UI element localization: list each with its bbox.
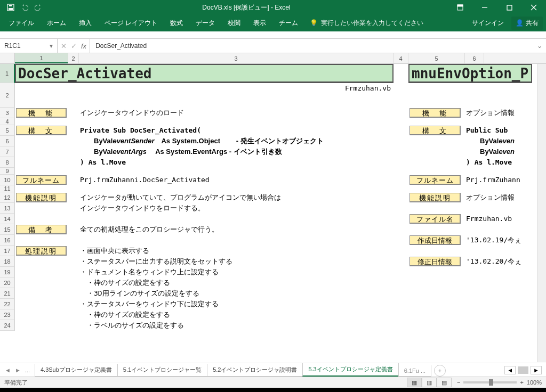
cell[interactable]: ・枠のサイズの設定をする	[79, 277, 394, 288]
page-break-icon[interactable]: ▤	[437, 378, 452, 387]
formula-input[interactable]: DocSer_Activated	[90, 42, 533, 50]
hscroll-thumb[interactable]	[518, 366, 528, 374]
row-header[interactable]: 13	[0, 203, 15, 214]
normal-view-icon[interactable]: ▦	[407, 378, 422, 387]
cell[interactable]: ) As l.Move	[465, 157, 527, 168]
cell[interactable]: ByVal eventSender As System.Object - 発生イ…	[79, 136, 394, 146]
col-header[interactable]: 3	[79, 53, 394, 63]
cell[interactable]: ・ステータスバーに出力する説明文をセットする	[79, 256, 394, 267]
cell[interactable]: ・枠のサイズの設定をする	[79, 309, 394, 320]
cell[interactable]: Private Sub DocSer_Activated(	[79, 125, 394, 136]
cell[interactable]: インジケータウインドウのロード	[79, 108, 394, 118]
maximize-icon[interactable]	[497, 0, 521, 15]
vertical-scrollbar[interactable]	[537, 64, 546, 362]
cell[interactable]: '13.02.20/今ぇ	[465, 256, 527, 267]
fx-icon[interactable]: fx	[81, 42, 86, 50]
cell[interactable]: Frmzuhan.vb	[465, 214, 527, 224]
row-header[interactable]: 5	[0, 125, 15, 136]
select-all-corner[interactable]	[0, 53, 15, 63]
tab-team[interactable]: チーム	[274, 16, 303, 30]
row-header[interactable]: 21	[0, 288, 15, 299]
sheet-tab[interactable]: 6.1Fu ...	[398, 365, 431, 377]
row-header[interactable]: 2	[0, 83, 15, 108]
page-layout-icon[interactable]: ▥	[422, 378, 437, 387]
row-header[interactable]: 4	[0, 118, 15, 125]
cell[interactable]: インジケータが動いていて、プログラムがアイコンで無い場合は	[79, 192, 394, 203]
save-icon[interactable]	[4, 1, 17, 14]
minimize-icon[interactable]	[472, 0, 497, 15]
cell[interactable]: インジケータウインドウをロードする。	[79, 203, 394, 214]
tab-formulas[interactable]: 数式	[165, 16, 188, 30]
redo-icon[interactable]	[32, 1, 45, 14]
col-header[interactable]: 6	[465, 53, 484, 63]
row-header[interactable]: 15	[0, 224, 15, 235]
row-header[interactable]: 9	[0, 168, 15, 175]
cell[interactable]: ・3D用ラインのサイズの設定をする	[79, 288, 394, 299]
col-header[interactable]: 1	[15, 53, 68, 63]
row-header[interactable]: 19	[0, 267, 15, 277]
filename-cell[interactable]: Frmzuhan.vb	[15, 83, 394, 108]
row-header[interactable]: 22	[0, 299, 15, 309]
procedure-title[interactable]: DocSer_Activated	[15, 64, 394, 83]
sheet-more[interactable]: ...	[23, 366, 31, 374]
share-button[interactable]: 👤 共有	[511, 17, 543, 30]
sheet-tab[interactable]: 4.3Subプロシージャ定義書	[35, 364, 118, 377]
row-header[interactable]: 17	[0, 246, 15, 256]
undo-icon[interactable]	[18, 1, 31, 14]
cell[interactable]: ByVal even	[465, 136, 527, 146]
row-header[interactable]: 16	[0, 235, 15, 246]
sheet-prev-icon[interactable]: ◄	[3, 366, 12, 374]
row-header[interactable]: 7	[0, 146, 15, 157]
cell[interactable]: ・ステータスバーをウィンドウ下に設定する	[79, 299, 394, 309]
row-header[interactable]: 12	[0, 192, 15, 203]
col-header[interactable]: 5	[408, 53, 465, 63]
name-box[interactable]: R1C1 ▾	[0, 39, 58, 53]
row-header[interactable]: 1	[0, 64, 15, 83]
add-sheet-icon[interactable]: +	[434, 365, 446, 377]
ribbon-display-icon[interactable]	[448, 0, 472, 15]
row-header[interactable]: 11	[0, 185, 15, 192]
sign-in[interactable]: サインイン	[467, 16, 509, 30]
cell[interactable]: オプション情報	[465, 108, 527, 118]
tab-review[interactable]: 校閲	[222, 16, 246, 30]
col-header[interactable]: 2	[68, 53, 79, 63]
close-icon[interactable]	[521, 0, 546, 15]
accept-icon[interactable]: ✓	[71, 42, 77, 50]
row-header[interactable]: 6	[0, 136, 15, 146]
sheet-tab[interactable]: 5.2イベントプロシージャ説明書	[207, 364, 303, 377]
row-header[interactable]: 18	[0, 256, 15, 267]
chevron-down-icon[interactable]: ▾	[50, 42, 53, 50]
hscroll-left-icon[interactable]: ◄	[504, 366, 516, 374]
col-header[interactable]: 4	[394, 53, 408, 63]
row-header[interactable]: 3	[0, 108, 15, 118]
row-header[interactable]: 20	[0, 277, 15, 288]
row-header[interactable]: 24	[0, 320, 15, 331]
tell-me[interactable]: 💡 実行したい作業を入力してください	[306, 17, 428, 30]
tab-insert[interactable]: 挿入	[74, 16, 97, 30]
tab-file[interactable]: ファイル	[3, 16, 39, 30]
row-header[interactable]: 10	[0, 175, 15, 185]
cell[interactable]: ・画面中央に表示する	[79, 246, 394, 256]
zoom-out-icon[interactable]: −	[457, 379, 460, 386]
cancel-icon[interactable]: ✕	[61, 42, 67, 50]
tab-layout[interactable]: ページ レイアウト	[99, 16, 163, 30]
procedure-title-right[interactable]: mnuEnvOption_P	[408, 64, 532, 83]
zoom-level[interactable]: 100%	[527, 379, 542, 386]
zoom-slider[interactable]	[463, 381, 517, 383]
cell[interactable]: ByVal eventArgs As System.EventArgs - イベ…	[79, 146, 394, 157]
expand-formula-icon[interactable]: ⌄	[533, 42, 546, 50]
cell[interactable]: ・ラベルのサイズの設定をする	[79, 320, 394, 331]
cell[interactable]: Prj.frmZuhann	[465, 175, 527, 185]
row-header[interactable]: 14	[0, 214, 15, 224]
cell[interactable]: オプション情報	[465, 192, 527, 203]
tab-home[interactable]: ホーム	[42, 16, 71, 30]
cell[interactable]: Public Sub	[465, 125, 527, 136]
row-header[interactable]: 23	[0, 309, 15, 320]
cell[interactable]: ) As l.Move	[79, 157, 394, 168]
spreadsheet-grid[interactable]: 1 DocSer_Activated mnuEnvOption_P 2 Frmz…	[0, 64, 546, 352]
tab-view[interactable]: 表示	[248, 16, 271, 30]
sheet-tab[interactable]: 5.1イベントプロシージャー覧	[117, 364, 207, 377]
sheet-next-icon[interactable]: ►	[13, 366, 22, 374]
cell[interactable]: ByVal even	[465, 146, 527, 157]
cell[interactable]: ・ドキュメント名をウィンドウ上に設定する	[79, 267, 394, 277]
